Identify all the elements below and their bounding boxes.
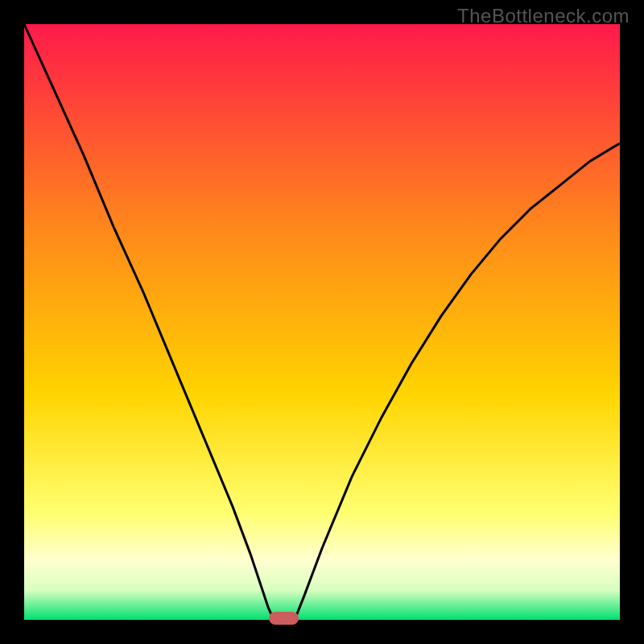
chart-frame: TheBottleneck.com [0, 0, 644, 644]
bottleneck-marker [269, 612, 299, 625]
chart-svg [24, 24, 620, 620]
plot-area [24, 24, 620, 620]
watermark-text: TheBottleneck.com [457, 5, 630, 27]
gradient-background [24, 24, 620, 620]
